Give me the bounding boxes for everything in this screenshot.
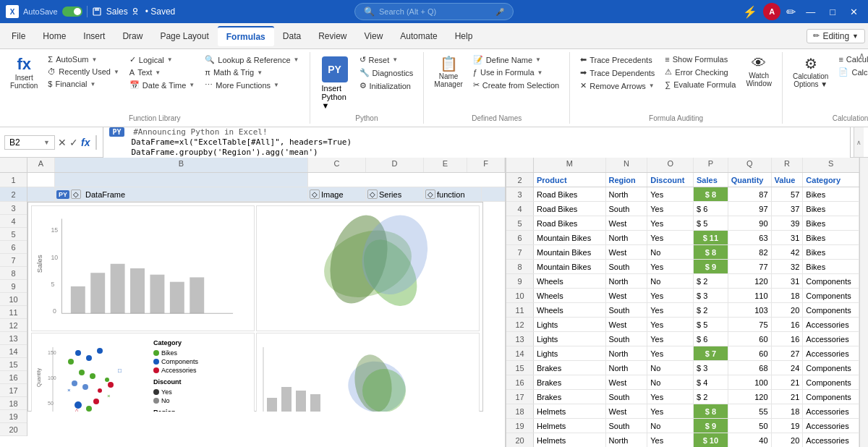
- cell-region[interactable]: West: [606, 245, 648, 259]
- insert-python-button[interactable]: PY InsertPython ▼: [316, 54, 354, 113]
- col-header-m[interactable]: M: [534, 158, 606, 172]
- cell-sales[interactable]: $ 2: [694, 303, 728, 317]
- cell-discount[interactable]: Yes: [647, 433, 694, 447]
- cell-discount[interactable]: No: [647, 419, 694, 433]
- cell-category[interactable]: Accessories: [803, 332, 859, 346]
- cell-region[interactable]: South: [606, 202, 648, 216]
- cell-region[interactable]: South: [606, 260, 648, 273]
- cell-value[interactable]: 16: [772, 332, 804, 346]
- cell-quantity[interactable]: 120: [728, 390, 772, 404]
- cell-value[interactable]: 32: [772, 260, 804, 273]
- cell-sales[interactable]: $ 6: [694, 332, 728, 346]
- cell-quantity[interactable]: 75: [728, 318, 772, 331]
- formula-content[interactable]: PY #Announcing Python in Excel! DataFram…: [103, 124, 851, 161]
- tab-file[interactable]: File: [3, 27, 34, 46]
- cell-region[interactable]: North: [606, 187, 648, 201]
- name-manager-button[interactable]: 📋 NameManager: [430, 54, 467, 90]
- initialization-button[interactable]: ⚙ Initialization: [355, 80, 418, 92]
- cell-value[interactable]: 37: [772, 202, 804, 216]
- cell-sales[interactable]: $ 9: [694, 260, 728, 273]
- cell-value[interactable]: 20: [772, 433, 804, 447]
- cell-quantity[interactable]: 40: [728, 433, 772, 447]
- cell-b2[interactable]: PY ◇ DataFrame: [55, 187, 308, 201]
- cell-sales[interactable]: $ 2: [694, 390, 728, 404]
- header-sales[interactable]: Sales: [694, 173, 728, 187]
- cell-category[interactable]: Components: [803, 390, 859, 404]
- cell-sales[interactable]: $ 8: [694, 187, 728, 201]
- header-discount[interactable]: Discount: [647, 173, 694, 187]
- diagnostics-button[interactable]: 🔧 Diagnostics: [355, 67, 418, 79]
- cell-region[interactable]: South: [606, 390, 648, 404]
- cell-d2[interactable]: ◇ Series: [366, 187, 424, 201]
- header-value[interactable]: Value: [772, 173, 804, 187]
- cell-value[interactable]: 39: [772, 216, 804, 230]
- chart-container[interactable]: Sales 15 10 5 0: [27, 202, 483, 412]
- cell-sales[interactable]: $ 8: [694, 245, 728, 259]
- cell-discount[interactable]: No: [647, 274, 694, 288]
- cell-discount[interactable]: Yes: [647, 303, 694, 317]
- cell-value[interactable]: 19: [772, 419, 804, 433]
- cell-sales[interactable]: $ 11: [694, 231, 728, 244]
- cell-region[interactable]: West: [606, 404, 648, 418]
- cell-value[interactable]: 21: [772, 390, 804, 404]
- cell-category[interactable]: Accessories: [803, 419, 859, 433]
- right-scrollbar[interactable]: [859, 158, 868, 447]
- cell-a1[interactable]: [27, 173, 55, 187]
- tab-review[interactable]: Review: [310, 27, 355, 46]
- tab-view[interactable]: View: [356, 27, 392, 46]
- cell-discount[interactable]: Yes: [647, 260, 694, 273]
- cell-region[interactable]: North: [606, 361, 648, 375]
- cell-value[interactable]: 18: [772, 289, 804, 302]
- recently-used-button[interactable]: ⏱ Recently Used ▼: [43, 66, 123, 77]
- cell-product[interactable]: Brakes: [534, 375, 606, 389]
- cell-category[interactable]: Components: [803, 375, 859, 389]
- tab-home[interactable]: Home: [34, 27, 75, 46]
- cell-quantity[interactable]: 77: [728, 260, 772, 273]
- cell-sales[interactable]: $ 3: [694, 361, 728, 375]
- cell-category[interactable]: Accessories: [803, 318, 859, 331]
- cell-quantity[interactable]: 55: [728, 404, 772, 418]
- cell-product[interactable]: Wheels: [534, 303, 606, 317]
- cell-sales[interactable]: $ 3: [694, 289, 728, 302]
- formula-fx-icon[interactable]: fx: [81, 137, 90, 148]
- cell-category[interactable]: Bikes: [803, 202, 859, 216]
- cell-region[interactable]: West: [606, 375, 648, 389]
- cell-category[interactable]: Components: [803, 289, 859, 302]
- cell-sales[interactable]: $ 6: [694, 202, 728, 216]
- col-header-b[interactable]: B: [55, 158, 308, 172]
- cell-quantity[interactable]: 103: [728, 303, 772, 317]
- lookup-reference-button[interactable]: 🔍 Lookup & Reference ▼: [200, 54, 303, 66]
- col-header-r[interactable]: R: [772, 158, 804, 172]
- cell-category[interactable]: Accessories: [803, 346, 859, 360]
- tab-help[interactable]: Help: [446, 27, 482, 46]
- cell-product[interactable]: Mountain Bikes: [534, 245, 606, 259]
- cell-product[interactable]: Lights: [534, 346, 606, 360]
- cell-region[interactable]: North: [606, 346, 648, 360]
- col-header-s[interactable]: S: [803, 158, 859, 172]
- use-in-formula-button[interactable]: ƒ Use in Formula ▼: [469, 67, 563, 78]
- cell-e2[interactable]: ◇ function: [424, 187, 482, 201]
- cell-product[interactable]: Helmets: [534, 433, 606, 447]
- cell-category[interactable]: Bikes: [803, 187, 859, 201]
- tab-formulas[interactable]: Formulas: [218, 26, 274, 46]
- cell-reference-box[interactable]: B2 ▼: [4, 135, 55, 150]
- define-name-button[interactable]: 📝 Define Name ▼: [469, 54, 563, 66]
- ribbon-collapse-button[interactable]: ∧: [856, 49, 868, 62]
- cell-discount[interactable]: No: [647, 375, 694, 389]
- search-box[interactable]: 🔍 🎤: [354, 3, 514, 20]
- col-header-o[interactable]: O: [647, 158, 694, 172]
- cell-quantity[interactable]: 87: [728, 187, 772, 201]
- cell-value[interactable]: 24: [772, 361, 804, 375]
- cell-discount[interactable]: Yes: [647, 404, 694, 418]
- cell-quantity[interactable]: 60: [728, 332, 772, 346]
- cell-c2[interactable]: ◇ Image: [308, 187, 366, 201]
- insert-function-button[interactable]: fx InsertFunction: [6, 54, 42, 91]
- cell-product[interactable]: Lights: [534, 332, 606, 346]
- formula-check-icon[interactable]: ✕: [58, 137, 67, 148]
- cell-quantity[interactable]: 100: [728, 375, 772, 389]
- cell-region[interactable]: West: [606, 318, 648, 331]
- cell-sales[interactable]: $ 8: [694, 404, 728, 418]
- cell-product[interactable]: Helmets: [534, 404, 606, 418]
- cell-region[interactable]: South: [606, 332, 648, 346]
- tab-data[interactable]: Data: [274, 27, 310, 46]
